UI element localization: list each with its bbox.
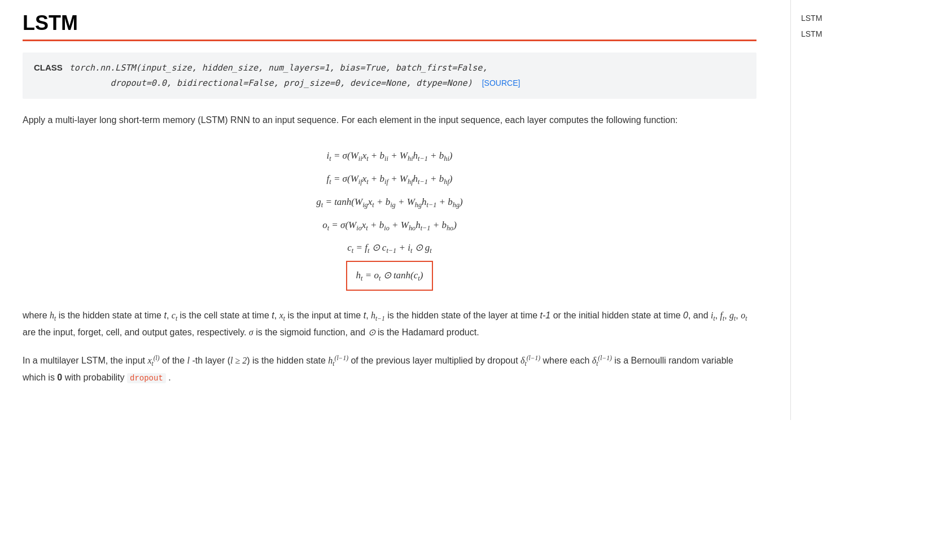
eq-gt: gt = tanh(Wigxt + big + Whght−1 + bhg) — [23, 191, 756, 214]
signature-text: torch.nn.LSTM(input_size, hidden_size, n… — [34, 64, 487, 89]
source-link[interactable]: [SOURCE] — [482, 78, 521, 88]
prose-paragraph-2: In a multilayer LSTM, the input xt(l) of… — [23, 352, 756, 386]
red-divider — [23, 40, 756, 41]
equations-block: it = σ(Wiixt + bii + Whiht−1 + bhi) ft =… — [23, 145, 756, 291]
sidebar-item-lstm-2[interactable]: LSTM — [797, 27, 886, 41]
dropout-code: dropout — [127, 373, 166, 383]
main-content: LSTM CLASStorch.nn.LSTM(input_size, hidd… — [0, 0, 790, 420]
class-keyword: CLASS — [34, 63, 63, 72]
eq-it: it = σ(Wiixt + bii + Whiht−1 + bhi) — [23, 145, 756, 168]
description-text: Apply a multi-layer long short-term memo… — [23, 112, 756, 128]
eq-ft: ft = σ(Wifxt + bif + Whfht−1 + bhf) — [23, 168, 756, 191]
class-signature-block: CLASStorch.nn.LSTM(input_size, hidden_si… — [23, 53, 756, 99]
page-title: LSTM — [23, 11, 756, 35]
eq-ht: ht = ot ⊙ tanh(ct) — [23, 260, 756, 291]
prose-paragraph-1: where ht is the hidden state at time t, … — [23, 308, 756, 341]
eq-ot: ot = σ(Wioxt + bio + Whoht−1 + bho) — [23, 214, 756, 237]
eq-ct: ct = ft ⊙ ct−1 + it ⊙ gt — [23, 237, 756, 260]
sidebar-item-lstm-1[interactable]: LSTM — [797, 11, 886, 25]
sidebar: LSTM LSTM — [790, 0, 892, 420]
